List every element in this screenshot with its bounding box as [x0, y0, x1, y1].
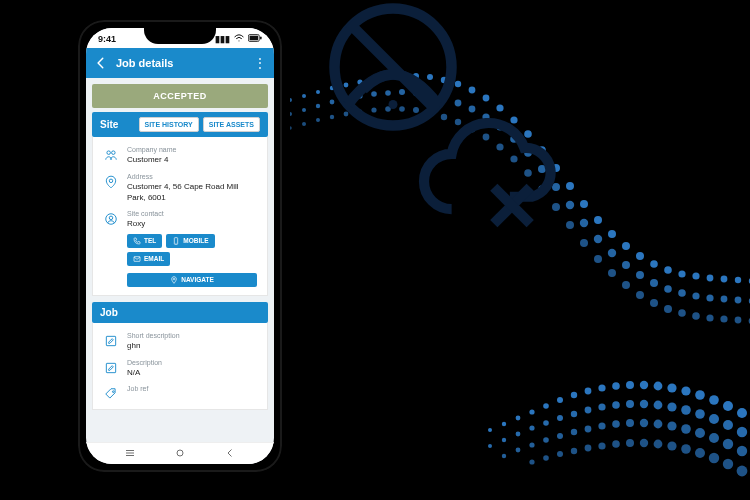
navigate-button[interactable]: NAVIGATE [127, 273, 257, 287]
svg-point-134 [543, 420, 549, 426]
site-history-button[interactable]: SITE HISTORY [139, 117, 199, 132]
app-body[interactable]: ACCEPTED Site SITE HISTORY SITE ASSETS C… [86, 78, 274, 442]
tel-button[interactable]: TEL [127, 234, 162, 248]
app-bar: Job details ⋮ [86, 48, 274, 78]
svg-point-138 [598, 403, 605, 410]
svg-point-201 [112, 151, 116, 155]
battery-icon [248, 34, 262, 44]
description-row: Description N/A [93, 354, 267, 381]
back-button[interactable] [94, 56, 108, 70]
svg-point-113 [557, 397, 563, 403]
company-label: Company name [127, 146, 257, 154]
svg-point-101 [692, 312, 700, 320]
svg-point-94 [594, 255, 602, 263]
svg-point-146 [709, 414, 719, 424]
svg-point-182 [654, 440, 663, 449]
svg-point-164 [667, 421, 676, 430]
svg-point-96 [622, 281, 630, 289]
svg-point-168 [723, 439, 733, 449]
address-value: Customer 4, 56 Cape Road Mill Park, 6001 [127, 182, 257, 203]
svg-point-145 [695, 409, 705, 419]
svg-point-131 [502, 438, 506, 442]
svg-point-23 [608, 230, 616, 238]
svg-point-109 [502, 422, 506, 426]
svg-point-93 [580, 239, 588, 247]
svg-point-110 [516, 416, 521, 421]
svg-point-160 [612, 420, 620, 428]
svg-point-97 [636, 291, 644, 299]
nav-recents[interactable] [124, 447, 136, 461]
svg-point-121 [667, 383, 676, 392]
overflow-menu-button[interactable]: ⋮ [254, 57, 266, 69]
svg-point-27 [664, 266, 672, 274]
tel-label: TEL [144, 237, 156, 244]
svg-point-169 [737, 446, 747, 456]
svg-point-111 [529, 409, 534, 414]
nav-home[interactable] [174, 447, 186, 461]
svg-point-193 [389, 100, 398, 109]
svg-point-64 [678, 289, 686, 297]
svg-point-95 [608, 269, 616, 277]
svg-point-28 [678, 270, 685, 277]
site-section-header: Site SITE HISTORY SITE ASSETS [92, 112, 268, 137]
svg-point-186 [709, 453, 719, 463]
svg-point-32 [735, 277, 741, 283]
svg-point-60 [622, 261, 630, 269]
svg-point-116 [598, 384, 605, 391]
contact-value: Roxy [127, 219, 257, 229]
svg-point-176 [571, 448, 577, 454]
svg-point-123 [695, 390, 705, 400]
address-icon [103, 173, 119, 203]
svg-point-143 [667, 402, 676, 411]
svg-point-112 [543, 403, 549, 409]
svg-point-147 [723, 420, 733, 430]
mobile-button[interactable]: MOBILE [166, 234, 214, 248]
description-label: Description [127, 359, 257, 367]
edit-icon [103, 332, 119, 352]
contact-label: Site contact [127, 210, 257, 218]
site-assets-button[interactable]: SITE ASSETS [203, 117, 260, 132]
svg-point-68 [735, 297, 742, 304]
navigate-label: NAVIGATE [181, 276, 214, 283]
company-icon [103, 146, 119, 166]
svg-point-65 [692, 292, 699, 299]
svg-point-133 [529, 425, 534, 430]
svg-rect-210 [106, 363, 115, 372]
svg-point-22 [594, 216, 602, 224]
svg-point-180 [626, 439, 634, 447]
svg-point-215 [177, 450, 183, 456]
svg-point-57 [580, 219, 588, 227]
svg-point-175 [557, 451, 563, 457]
contact-icon [103, 210, 119, 230]
svg-point-188 [737, 466, 748, 477]
phone-screen: 9:41 ▮▮▮ Job details ⋮ [86, 28, 274, 464]
signal-icon: ▮▮▮ [215, 35, 230, 44]
svg-point-187 [723, 459, 733, 469]
description-value: N/A [127, 368, 257, 378]
svg-point-126 [737, 408, 747, 418]
svg-point-31 [721, 276, 728, 283]
company-value: Customer 4 [127, 155, 257, 165]
svg-point-163 [654, 420, 663, 429]
svg-line-194 [350, 24, 437, 111]
page-title: Job details [116, 57, 246, 69]
svg-point-29 [692, 272, 699, 279]
svg-point-135 [557, 415, 563, 421]
svg-rect-199 [260, 36, 262, 39]
svg-point-21 [580, 200, 588, 208]
email-button[interactable]: EMAIL [127, 252, 170, 266]
svg-point-211 [112, 391, 114, 393]
job-ref-label: Job ref [127, 385, 257, 393]
svg-point-24 [622, 242, 630, 250]
svg-point-119 [640, 381, 648, 389]
svg-point-204 [109, 216, 113, 220]
svg-rect-209 [106, 336, 115, 345]
svg-point-103 [720, 315, 727, 322]
address-label: Address [127, 173, 257, 181]
svg-point-181 [640, 439, 648, 447]
svg-point-118 [626, 381, 634, 389]
email-label: EMAIL [144, 255, 164, 262]
nav-back[interactable] [224, 447, 236, 461]
svg-point-98 [650, 299, 658, 307]
svg-point-124 [709, 395, 719, 405]
